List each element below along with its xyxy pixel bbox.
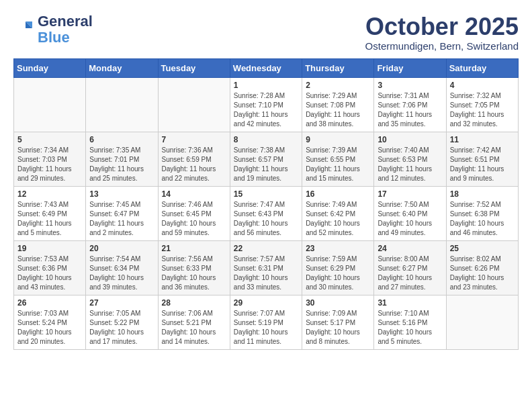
calendar-cell: 11Sunrise: 7:42 AM Sunset: 6:51 PM Dayli…	[446, 132, 518, 186]
day-info: Sunrise: 7:05 AM Sunset: 5:22 PM Dayligh…	[89, 309, 154, 347]
calendar-cell: 6Sunrise: 7:35 AM Sunset: 7:01 PM Daylig…	[86, 132, 158, 186]
week-row-2: 12Sunrise: 7:43 AM Sunset: 6:49 PM Dayli…	[14, 186, 519, 240]
day-info: Sunrise: 7:28 AM Sunset: 7:10 PM Dayligh…	[234, 91, 298, 129]
calendar-cell: 26Sunrise: 7:03 AM Sunset: 5:24 PM Dayli…	[14, 295, 86, 349]
calendar-cell: 31Sunrise: 7:10 AM Sunset: 5:16 PM Dayli…	[374, 295, 446, 349]
month-title: October 2025	[365, 13, 519, 40]
calendar-cell: 17Sunrise: 7:50 AM Sunset: 6:40 PM Dayli…	[374, 186, 446, 240]
day-number: 16	[306, 189, 370, 199]
day-number: 5	[17, 135, 82, 144]
day-info: Sunrise: 7:31 AM Sunset: 7:06 PM Dayligh…	[378, 91, 442, 129]
calendar-body: 1Sunrise: 7:28 AM Sunset: 7:10 PM Daylig…	[14, 77, 519, 349]
calendar-cell: 7Sunrise: 7:36 AM Sunset: 6:59 PM Daylig…	[158, 132, 230, 186]
day-number: 31	[378, 298, 442, 308]
page: General Blue October 2025 Ostermundigen,…	[0, 0, 532, 357]
day-info: Sunrise: 7:45 AM Sunset: 6:47 PM Dayligh…	[89, 200, 154, 238]
day-number: 9	[306, 135, 370, 144]
day-number: 19	[17, 244, 82, 253]
day-number: 26	[17, 298, 82, 308]
day-info: Sunrise: 7:09 AM Sunset: 5:17 PM Dayligh…	[306, 309, 370, 347]
day-number: 11	[450, 135, 515, 144]
calendar-cell: 9Sunrise: 7:39 AM Sunset: 6:55 PM Daylig…	[302, 132, 374, 186]
calendar-cell: 12Sunrise: 7:43 AM Sunset: 6:49 PM Dayli…	[14, 186, 86, 240]
day-number: 27	[89, 298, 154, 308]
calendar-cell: 4Sunrise: 7:32 AM Sunset: 7:05 PM Daylig…	[446, 77, 518, 132]
day-info: Sunrise: 7:38 AM Sunset: 6:57 PM Dayligh…	[234, 146, 298, 183]
day-info: Sunrise: 7:32 AM Sunset: 7:05 PM Dayligh…	[450, 91, 515, 129]
week-row-4: 26Sunrise: 7:03 AM Sunset: 5:24 PM Dayli…	[14, 295, 519, 349]
title-section: October 2025 Ostermundigen, Bern, Switze…	[365, 13, 519, 52]
calendar-cell	[14, 77, 86, 132]
day-info: Sunrise: 7:50 AM Sunset: 6:40 PM Dayligh…	[378, 200, 442, 238]
day-number: 17	[378, 189, 442, 199]
day-header-row: SundayMondayTuesdayWednesdayThursdayFrid…	[14, 58, 519, 77]
calendar-cell: 14Sunrise: 7:46 AM Sunset: 6:45 PM Dayli…	[158, 186, 230, 240]
day-info: Sunrise: 7:52 AM Sunset: 6:38 PM Dayligh…	[450, 200, 515, 238]
calendar-cell: 22Sunrise: 7:57 AM Sunset: 6:31 PM Dayli…	[230, 240, 302, 295]
day-info: Sunrise: 7:10 AM Sunset: 5:16 PM Dayligh…	[378, 309, 442, 347]
day-number: 15	[234, 189, 298, 199]
day-info: Sunrise: 7:03 AM Sunset: 5:24 PM Dayligh…	[17, 309, 82, 347]
day-number: 10	[378, 135, 442, 144]
day-number: 4	[450, 81, 515, 90]
day-number: 3	[378, 81, 442, 90]
calendar-cell: 13Sunrise: 7:45 AM Sunset: 6:47 PM Dayli…	[86, 186, 158, 240]
day-number: 23	[306, 244, 370, 253]
calendar-cell: 15Sunrise: 7:47 AM Sunset: 6:43 PM Dayli…	[230, 186, 302, 240]
day-header-sunday: Sunday	[14, 58, 86, 77]
calendar-cell: 1Sunrise: 7:28 AM Sunset: 7:10 PM Daylig…	[230, 77, 302, 132]
day-info: Sunrise: 7:36 AM Sunset: 6:59 PM Dayligh…	[162, 146, 226, 183]
day-number: 14	[162, 189, 226, 199]
day-info: Sunrise: 7:53 AM Sunset: 6:36 PM Dayligh…	[17, 255, 82, 292]
day-info: Sunrise: 7:49 AM Sunset: 6:42 PM Dayligh…	[306, 200, 370, 238]
calendar-cell: 27Sunrise: 7:05 AM Sunset: 5:22 PM Dayli…	[86, 295, 158, 349]
calendar-header: SundayMondayTuesdayWednesdayThursdayFrid…	[14, 58, 519, 77]
calendar-cell: 3Sunrise: 7:31 AM Sunset: 7:06 PM Daylig…	[374, 77, 446, 132]
day-number: 7	[162, 135, 226, 144]
day-number: 24	[378, 244, 442, 253]
day-header-thursday: Thursday	[302, 58, 374, 77]
day-number: 22	[234, 244, 298, 253]
day-info: Sunrise: 7:34 AM Sunset: 7:03 PM Dayligh…	[17, 146, 82, 183]
day-number: 2	[306, 81, 370, 90]
day-number: 29	[234, 298, 298, 308]
calendar-cell: 16Sunrise: 7:49 AM Sunset: 6:42 PM Dayli…	[302, 186, 374, 240]
calendar-cell: 10Sunrise: 7:40 AM Sunset: 6:53 PM Dayli…	[374, 132, 446, 186]
day-info: Sunrise: 7:40 AM Sunset: 6:53 PM Dayligh…	[378, 146, 442, 183]
week-row-3: 19Sunrise: 7:53 AM Sunset: 6:36 PM Dayli…	[14, 240, 519, 295]
calendar-cell: 8Sunrise: 7:38 AM Sunset: 6:57 PM Daylig…	[230, 132, 302, 186]
day-number: 12	[17, 189, 82, 199]
calendar-cell	[446, 295, 518, 349]
day-info: Sunrise: 7:06 AM Sunset: 5:21 PM Dayligh…	[162, 309, 226, 347]
day-number: 21	[162, 244, 226, 253]
header: General Blue October 2025 Ostermundigen,…	[13, 13, 519, 52]
calendar-cell: 25Sunrise: 8:02 AM Sunset: 6:26 PM Dayli…	[446, 240, 518, 295]
logo-blue-text: Blue	[38, 29, 70, 46]
day-info: Sunrise: 7:54 AM Sunset: 6:34 PM Dayligh…	[89, 255, 154, 292]
day-info: Sunrise: 7:47 AM Sunset: 6:43 PM Dayligh…	[234, 200, 298, 238]
calendar-cell	[86, 77, 158, 132]
day-info: Sunrise: 7:56 AM Sunset: 6:33 PM Dayligh…	[162, 255, 226, 292]
day-info: Sunrise: 7:43 AM Sunset: 6:49 PM Dayligh…	[17, 200, 82, 238]
day-info: Sunrise: 7:59 AM Sunset: 6:29 PM Dayligh…	[306, 255, 370, 292]
day-number: 20	[89, 244, 154, 253]
calendar-cell: 19Sunrise: 7:53 AM Sunset: 6:36 PM Dayli…	[14, 240, 86, 295]
day-number: 1	[234, 81, 298, 90]
day-header-monday: Monday	[86, 58, 158, 77]
calendar-cell: 2Sunrise: 7:29 AM Sunset: 7:08 PM Daylig…	[302, 77, 374, 132]
calendar-cell: 5Sunrise: 7:34 AM Sunset: 7:03 PM Daylig…	[14, 132, 86, 186]
location: Ostermundigen, Bern, Switzerland	[365, 40, 519, 52]
day-info: Sunrise: 7:42 AM Sunset: 6:51 PM Dayligh…	[450, 146, 515, 183]
day-number: 30	[306, 298, 370, 308]
day-header-friday: Friday	[374, 58, 446, 77]
calendar-cell: 18Sunrise: 7:52 AM Sunset: 6:38 PM Dayli…	[446, 186, 518, 240]
logo-icon	[13, 19, 35, 40]
day-number: 8	[234, 135, 298, 144]
logo-general-text: General	[38, 13, 93, 30]
calendar-cell	[158, 77, 230, 132]
calendar-cell: 29Sunrise: 7:07 AM Sunset: 5:19 PM Dayli…	[230, 295, 302, 349]
logo: General Blue	[13, 13, 93, 46]
day-header-wednesday: Wednesday	[230, 58, 302, 77]
calendar-cell: 24Sunrise: 8:00 AM Sunset: 6:27 PM Dayli…	[374, 240, 446, 295]
day-info: Sunrise: 7:29 AM Sunset: 7:08 PM Dayligh…	[306, 91, 370, 129]
